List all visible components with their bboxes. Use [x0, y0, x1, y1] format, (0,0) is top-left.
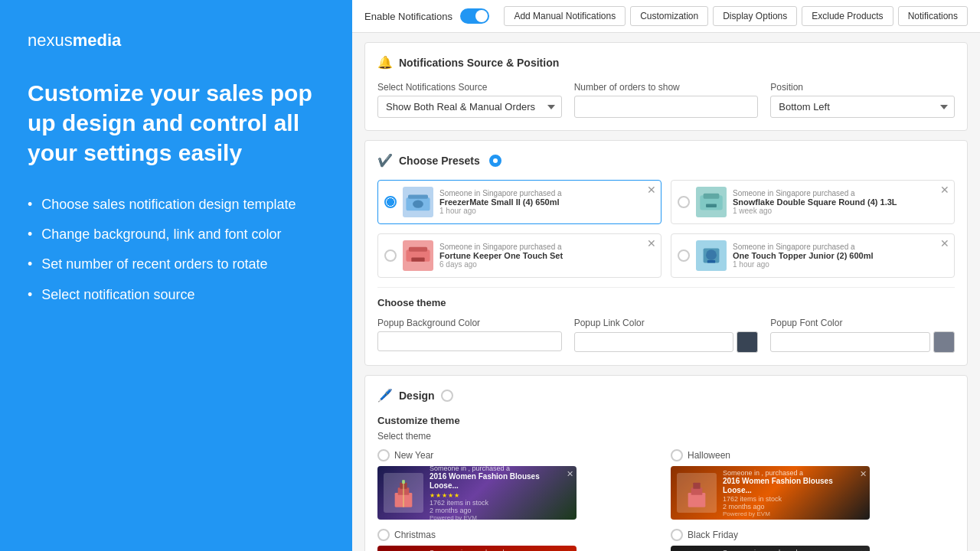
font-color-input[interactable]: 767D8D — [770, 332, 930, 352]
bullet-item: Set number of recent orders to rotate — [28, 255, 325, 274]
theme-radio-halloween[interactable] — [671, 449, 683, 461]
link-color-input[interactable]: 384454 — [574, 332, 734, 352]
logo-bold: media — [73, 31, 122, 50]
svg-rect-7 — [409, 247, 427, 252]
orders-group: Number of orders to show 10 — [574, 82, 759, 118]
preset-time-3: 6 days ago — [439, 260, 655, 269]
preview-title-newyear: 2016 Women Fashion Blouses Loose... — [430, 472, 570, 491]
preset-radio-4[interactable] — [678, 249, 690, 262]
theme-preview-blackfriday: Someone in , purchased a 2016 Women Fash… — [671, 546, 870, 551]
bell-icon: 🔔 — [377, 55, 393, 70]
link-color-label: Popup Link Color — [574, 318, 759, 328]
preview-powered-newyear: Powered by EVM — [430, 514, 570, 520]
font-color-swatch[interactable] — [933, 331, 955, 353]
design-title: Design — [399, 390, 435, 402]
preset-item-4[interactable]: Someone in Singapore purchased a One Tou… — [671, 233, 955, 278]
preset-item-1[interactable]: Someone in Singapore purchased a Freezer… — [377, 180, 662, 224]
theme-name-newyear: New Year — [394, 450, 433, 461]
preview-product-img-newyear — [384, 473, 423, 513]
theme-divider — [377, 287, 955, 288]
preset-item-3[interactable]: Someone in Singapore purchased a Fortune… — [377, 233, 662, 278]
preset-text-1: Someone in Singapore purchased a Freezer… — [439, 189, 655, 215]
checkmark-icon: ✔️ — [377, 153, 393, 168]
design-icon: 🖊️ — [377, 388, 393, 403]
enable-notifications-toggle[interactable]: Enable Notifications — [364, 8, 489, 24]
source-select[interactable]: Show Both Real & Manual Orders — [377, 96, 562, 118]
position-group: Position Bottom Left — [770, 82, 955, 118]
presets-grid: Someone in Singapore purchased a Freezer… — [377, 180, 955, 278]
position-select[interactable]: Bottom Left — [770, 96, 955, 118]
left-panel: nexusmedia Customize your sales pop up d… — [0, 0, 352, 551]
svg-rect-11 — [707, 260, 715, 262]
theme-radio-newyear[interactable] — [377, 449, 390, 461]
notifications-button[interactable]: Notifications — [898, 6, 968, 26]
notifications-source-section: 🔔 Notifications Source & Position Select… — [364, 42, 968, 131]
svg-rect-4 — [704, 194, 720, 199]
orders-label: Number of orders to show — [574, 82, 759, 93]
bullet-item: Select notification source — [28, 285, 325, 305]
theme-option-blackfriday[interactable]: Black Friday — [671, 529, 955, 551]
preset-text-4: Someone in Singapore purchased a One Tou… — [733, 243, 948, 269]
preview-text-blackfriday: Someone in , purchased a 2016 Women Fash… — [723, 549, 864, 552]
preset-person-3: Someone in Singapore purchased a — [439, 243, 655, 251]
preset-person-1: Someone in Singapore purchased a — [439, 189, 655, 197]
presets-header: ✔️ Choose Presets — [377, 153, 955, 168]
preview-stock-halloween: 1762 items in stock — [723, 495, 864, 503]
svg-rect-8 — [411, 258, 424, 262]
bg-color-group: Popup Background Color FFFFFF — [377, 318, 562, 353]
theme-radio-christmas[interactable] — [377, 529, 390, 541]
preset-close-1[interactable]: ✕ — [647, 184, 656, 196]
preset-close-4[interactable]: ✕ — [940, 237, 949, 249]
preset-time-2: 1 week ago — [733, 207, 948, 215]
preview-stars-newyear: ★★★★★ — [430, 492, 570, 499]
preset-radio-3[interactable] — [384, 249, 397, 262]
theme-option-newyear[interactable]: New Year — [377, 449, 662, 520]
link-color-input-row: 384454 — [574, 331, 759, 353]
customization-button[interactable]: Customization — [630, 6, 708, 26]
svg-rect-18 — [691, 487, 703, 494]
design-header: 🖊️ Design — [377, 388, 955, 403]
preset-item-2[interactable]: Someone in Singapore purchased a Snowfla… — [671, 180, 955, 224]
font-color-group: Popup Font Color 767D8D — [770, 318, 955, 353]
logo: nexusmedia — [28, 31, 325, 51]
preset-close-2[interactable]: ✕ — [940, 184, 949, 196]
theme-name-blackfriday: Black Friday — [688, 530, 738, 540]
bullet-item: Choose sales notification design templat… — [28, 195, 325, 214]
preview-content-halloween: Someone in , purchased a 2016 Women Fash… — [671, 466, 870, 520]
display-options-button[interactable]: Display Options — [713, 6, 797, 26]
bg-color-label: Popup Background Color — [377, 318, 562, 328]
link-color-swatch[interactable] — [737, 331, 758, 353]
theme-radio-blackfriday[interactable] — [671, 529, 683, 541]
presets-selected-dot — [493, 158, 498, 163]
presets-section: ✔️ Choose Presets — [364, 140, 968, 366]
font-color-label: Popup Font Color — [770, 318, 955, 328]
theme-name-christmas: Christmas — [394, 530, 436, 540]
preset-image-2 — [696, 187, 727, 217]
preset-radio-1[interactable] — [384, 196, 397, 208]
exclude-products-button[interactable]: Exclude Products — [802, 6, 893, 26]
preset-radio-2[interactable] — [678, 196, 690, 208]
theme-option-christmas[interactable]: Christmas Som — [377, 529, 662, 551]
preview-close-newyear: ✕ — [567, 469, 573, 479]
bullet-list: Choose sales notification design templat… — [28, 195, 325, 315]
bullet-item: Change background, link and font color — [28, 225, 325, 244]
preset-image-4 — [696, 240, 727, 271]
add-manual-notifications-button[interactable]: Add Manual Notifications — [504, 6, 626, 26]
source-group: Select Notifications Source Show Both Re… — [377, 82, 562, 118]
notifications-form-row: Select Notifications Source Show Both Re… — [377, 82, 955, 118]
orders-input[interactable]: 10 — [574, 96, 759, 118]
notifications-toggle-switch[interactable] — [460, 8, 489, 24]
preset-product-1: FreezerMate Small II (4) 650ml — [439, 197, 655, 207]
theme-option-halloween[interactable]: Halloween Som — [671, 449, 955, 520]
design-radio[interactable] — [441, 390, 453, 402]
font-color-input-row: 767D8D — [770, 331, 955, 353]
theme-name-halloween: Halloween — [688, 450, 730, 461]
source-label: Select Notifications Source — [377, 82, 562, 93]
bg-color-input[interactable]: FFFFFF — [377, 331, 562, 351]
theme-row: Popup Background Color FFFFFF Popup Link… — [377, 318, 955, 353]
preset-close-3[interactable]: ✕ — [647, 237, 656, 249]
svg-rect-5 — [706, 204, 717, 207]
preset-person-4: Someone in Singapore purchased a — [733, 243, 948, 251]
preview-time-halloween: 2 months ago — [723, 503, 864, 510]
theme-option-christmas-inner: Christmas — [377, 529, 436, 541]
